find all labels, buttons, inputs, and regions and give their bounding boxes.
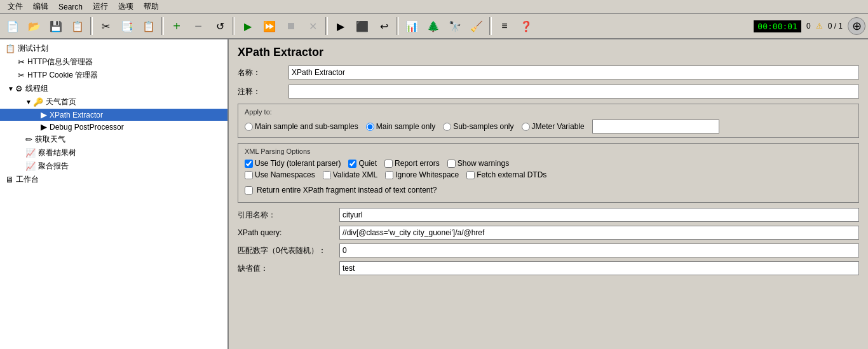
cb-show-warnings-input[interactable] [447,160,456,168]
name-input[interactable] [288,65,859,79]
remote-stop-button[interactable]: ⬛ [352,16,372,36]
cb-quiet-input[interactable] [348,160,356,168]
tree-item-label: Debug PostProcessor [50,123,124,132]
radio-main-sub-label: Main sample and sub-samples [255,122,358,131]
match-no-label: 匹配数字（0代表随机）： [238,245,339,256]
tree-item-get-weather[interactable]: ✏ 获取天气 [0,133,227,146]
tree-button[interactable]: 🌲 [423,16,444,36]
tree-item-label: 天气首页 [46,97,76,107]
cb-quiet[interactable]: Quiet [348,159,377,168]
tree-item-debug-post[interactable]: ▶ Debug PostProcessor [0,121,227,133]
start-nopause-button[interactable]: ⏩ [259,16,280,36]
sep6 [489,17,492,35]
ref-name-label: 引用名称： [238,210,339,221]
shutdown-button[interactable]: ✕ [302,16,323,36]
apply-to-section: Apply to: Main sample and sub-samples Ma… [238,104,859,138]
cb-report-errors-input[interactable] [384,160,393,168]
open-button[interactable]: 📂 [24,16,44,36]
cb-validate-xml-label: Validate XML [333,170,377,179]
tree-item-http-cookie[interactable]: ✂ HTTP Cookie 管理器 [0,69,227,82]
comment-input[interactable] [288,85,859,99]
start-button[interactable]: ▶ [238,16,258,36]
reset-button[interactable]: ↺ [210,16,230,36]
default-input[interactable] [339,261,859,275]
cb-validate-xml[interactable]: Validate XML [323,170,377,179]
tree-item-label: 测试计划 [18,43,48,54]
warning-count: 0 [806,22,811,31]
cb-ignore-whitespace[interactable]: Ignore Whitespace [385,170,459,179]
saveas-button[interactable]: 📋 [67,16,88,36]
tree-item-view-results[interactable]: 📈 察看结果树 [0,146,227,160]
xpath-query-input[interactable] [339,226,859,240]
return-fragment-checkbox[interactable] [245,186,253,195]
thread-group-icon: ⚙ [15,84,23,93]
radio-jmeter-var[interactable]: JMeter Variable [522,122,585,131]
xml-checkbox-row1: Use Tidy (tolerant parser) Quiet Report … [245,159,852,168]
sep5 [397,17,399,35]
sep3 [233,17,235,35]
cb-report-errors[interactable]: Report errors [384,159,440,168]
xpath-extractor-icon: ▶ [41,110,47,120]
radio-jmeter-var-input[interactable] [522,123,530,131]
content-panel: XPath Extractor 名称： 注释： Apply to: Main s… [229,39,868,349]
remote-exit-button[interactable]: ↩ [374,16,394,36]
toolbar-right: 00:00:01 0 ⚠ 0 / 1 ⊕ [754,17,865,35]
menu-run[interactable]: 运行 [88,0,113,13]
radio-jmeter-var-label: JMeter Variable [532,122,585,131]
default-label: 缺省值： [238,263,339,274]
menu-help[interactable]: 帮助 [139,0,164,13]
match-no-row: 匹配数字（0代表随机）： [238,243,859,257]
tree-item-xpath-extractor[interactable]: ▶ XPath Extractor [0,109,227,121]
add-button[interactable]: + [166,16,187,36]
remove-button[interactable]: − [188,16,208,36]
menu-file[interactable]: 文件 [3,0,28,13]
cb-use-tidy[interactable]: Use Tidy (tolerant parser) [245,159,341,168]
cb-use-namespaces-input[interactable] [245,171,253,179]
stop-button[interactable]: ⏹ [281,16,301,36]
help-button[interactable]: ❓ [516,16,536,36]
xml-checkbox-row2: Use Namespaces Validate XML Ignore White… [245,170,852,179]
menu-edit[interactable]: 编辑 [28,0,53,13]
radio-main-sub[interactable]: Main sample and sub-samples [245,122,358,131]
list-button[interactable]: ≡ [494,16,515,36]
cut-button[interactable]: ✂ [95,16,116,36]
cb-fetch-dtds[interactable]: Fetch external DTDs [466,170,546,179]
tree-item-aggregate[interactable]: 📈 聚合报告 [0,160,227,173]
radio-main-only-input[interactable] [366,123,374,131]
remote-connect-button[interactable]: ⊕ [848,17,865,35]
binoculars-button[interactable]: 🔭 [445,16,465,36]
tree-item-test-plan[interactable]: 📋 测试计划 [0,42,227,55]
expand-icon: ▼ [8,85,14,92]
copy-button[interactable]: 📑 [117,16,137,36]
progress-display: 0 / 1 [828,22,843,31]
new-button[interactable]: 📄 [3,16,23,36]
radio-sub-only-input[interactable] [443,123,451,131]
report-button[interactable]: 📊 [402,16,422,36]
ref-name-input[interactable] [339,208,859,222]
cb-use-namespaces[interactable]: Use Namespaces [245,170,315,179]
save-button[interactable]: 💾 [46,16,66,36]
jmeter-variable-input[interactable] [592,120,719,133]
cb-use-tidy-input[interactable] [245,160,253,168]
tree-item-weather-home[interactable]: ▼ 🔑 天气首页 [0,95,227,109]
radio-main-only[interactable]: Main sample only [366,122,435,131]
cb-validate-xml-input[interactable] [323,171,331,179]
menu-search[interactable]: Search [53,1,88,13]
cb-ignore-whitespace-input[interactable] [385,171,393,179]
match-no-input[interactable] [339,243,859,257]
menu-options[interactable]: 选项 [113,0,139,13]
comment-row: 注释： [238,85,859,99]
remote-start-button[interactable]: ▶ [330,16,351,36]
cb-show-warnings[interactable]: Show warnings [447,159,509,168]
tree-item-workbench[interactable]: 🖥 工作台 [0,173,227,186]
paste-button[interactable]: 📋 [139,16,159,36]
cb-fetch-dtds-input[interactable] [466,171,475,179]
radio-main-sub-input[interactable] [245,123,253,131]
return-fragment-row: Return entire XPath fragment instead of … [245,182,852,198]
radio-sub-only-label: Sub-samples only [453,122,513,131]
apply-to-radio-row: Main sample and sub-samples Main sample … [245,120,852,133]
tree-item-thread-group[interactable]: ▼ ⚙ 线程组 [0,82,227,95]
tree-item-http-header[interactable]: ✂ HTTP信息头管理器 [0,55,227,69]
radio-sub-only[interactable]: Sub-samples only [443,122,513,131]
clear-button[interactable]: 🧹 [466,16,487,36]
